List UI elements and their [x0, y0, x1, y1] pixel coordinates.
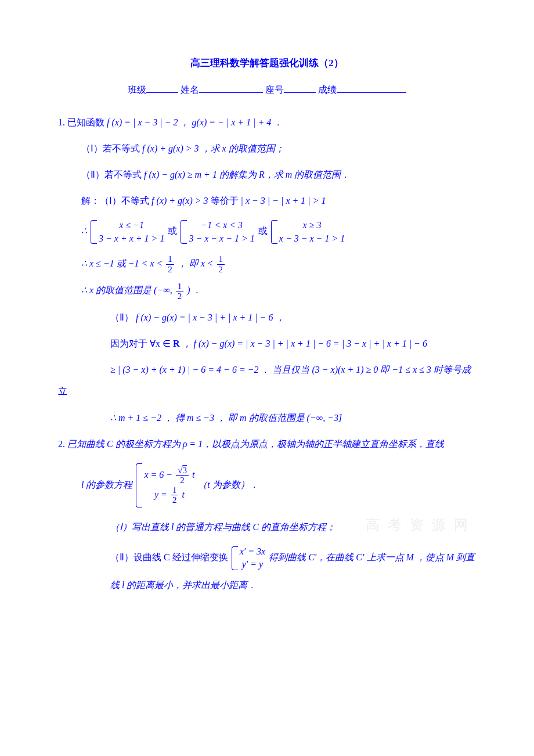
class-label: 班级 [128, 85, 146, 95]
solution-1-part2-line3b: 立 [58, 381, 476, 401]
solution-1-part2-line2: 因为对于 ∀x ∈ R ， f (x) − g(x) = | x − 3 | +… [110, 333, 476, 354]
frac-den: 2 [217, 265, 225, 275]
problem-number: 1. [58, 117, 65, 127]
problem-2-parametric: l 的参数方程 x = 6 − 32 t y = 12 t （t 为参数）． [81, 460, 476, 511]
param-eq-x: x = 6 − 32 t [144, 466, 194, 485]
part1-math: f (x) + g(x) > 3 [142, 143, 199, 153]
real-numbers-symbol: R [173, 339, 180, 348]
line3-b: ， 即 x < [178, 258, 216, 268]
part2-tail: 的解集为 R，求 m 的取值范围． [219, 170, 350, 179]
part2-label: （Ⅱ）若不等式 [81, 170, 144, 179]
class-blank [146, 83, 178, 93]
frac-num: 1 [171, 485, 179, 496]
sqrt-arg: 3 [182, 466, 187, 475]
problem-2: 2. 已知曲线 C 的极坐标方程为 ρ = 1，以极点为原点，极轴为轴的正半轴建… [58, 434, 476, 595]
solution-1-cases: ∴ x ≤ −1 3 − x + x + 1 > 1 或 −1 < x < 3 … [81, 217, 476, 247]
line3-a: ∴ x ≤ −1 或 −1 < x < [81, 258, 165, 268]
parametric-equations: x = 6 − 32 t y = 12 t [136, 462, 194, 509]
solution-1-part2-line3: ≥ | (3 − x) + (x + 1) | − 6 = 4 − 6 = −2… [110, 359, 476, 380]
problem-2-part-2: （Ⅱ）设曲线 C 经过伸缩变换 x′ = 3x y′ = y 得到曲线 C′，在… [110, 543, 476, 574]
problem-number-2: 2. [58, 439, 65, 449]
p2-part2-c: 线 l 的距离最小，并求出最小距离． [110, 580, 257, 590]
name-label: 姓名 [181, 85, 199, 95]
line4-a: ∴ x 的取值范围是 (−∞, [81, 285, 175, 295]
eq2-prefix: y = [154, 489, 169, 499]
frac-num: 1 [166, 254, 174, 265]
problem-1-part-1: （Ⅰ）若不等式 f (x) + g(x) > 3 ，求 x 的取值范围； [81, 138, 476, 159]
fraction-half-1: 12 [166, 254, 174, 274]
line5-b: ， f (x) − g(x) = | x − 3 | + | x + 1 | −… [182, 339, 427, 348]
part1-tail: ，求 x 的取值范围； [201, 143, 284, 153]
or-text-2: 或 [258, 226, 268, 236]
line6b: 立 [58, 386, 67, 396]
name-blank [199, 83, 263, 93]
sol-label: 解：（Ⅰ）不等式 [81, 196, 151, 206]
part2-math: f (x) − g(x) ≥ m + 1 [144, 170, 217, 179]
case-group-2: −1 < x < 3 3 − x − x − 1 > 1 [181, 219, 254, 245]
eq2-suffix: t [179, 489, 184, 499]
solution-1-part2-line1: （Ⅱ） f (x) − g(x) = | x − 3 | + | x + 1 |… [110, 307, 476, 327]
line7: ∴ m + 1 ≤ −2 ， 得 m ≤ −3 ， 即 m 的取值范围是 (−∞… [110, 413, 342, 423]
eq1-suffix: t [190, 470, 194, 480]
eq1-prefix: x = 6 − [144, 470, 175, 480]
frac-sqrt3-over-2: 32 [176, 466, 189, 485]
problem-2-stem: 已知曲线 C 的极坐标方程为 ρ = 1，以极点为原点，极轴为轴的正半轴建立直角… [67, 439, 444, 449]
seat-blank [284, 83, 316, 93]
problem-1: 1. 已知函数 f (x) = | x − 3 | − 2 ， g(x) = −… [58, 112, 476, 428]
param-eq-y: y = 12 t [144, 485, 194, 505]
case1-top: x ≤ −1 [99, 219, 164, 232]
problem-stem-text: 已知函数 [67, 117, 107, 127]
line4-b: ) ． [187, 285, 201, 295]
line6: ≥ | (3 − x) + (x + 1) | − 6 = 4 − 6 = −2… [110, 365, 471, 375]
solution-1-line-1: 解：（Ⅰ）不等式 f (x) + g(x) > 3 等价于 | x − 3 | … [81, 190, 476, 211]
problem-2-part-2-cont: 线 l 的距离最小，并求出最小距离． [110, 575, 476, 595]
page-title: 高三理科数学解答题强化训练（2） [58, 52, 476, 74]
part1-label: （Ⅰ）若不等式 [81, 143, 142, 153]
frac-num: 3 [176, 466, 189, 476]
sol-equiv: 等价于 [211, 196, 241, 206]
part2-sol-eq: f (x) − g(x) = | x − 3 | + | x + 1 | − 6… [136, 312, 285, 322]
case1-bot: 3 − x + x + 1 > 1 [99, 232, 164, 245]
solution-1-part2-line4: ∴ m + 1 ≤ −2 ， 得 m ≤ −3 ， 即 m 的取值范围是 (−∞… [110, 408, 476, 428]
seat-label: 座号 [265, 85, 284, 95]
fraction-half-2: 12 [217, 254, 225, 274]
scale-x: x′ = 3x [240, 545, 266, 558]
solution-1-line-3: ∴ x ≤ −1 或 −1 < x < 12 ， 即 x < 12 [81, 253, 476, 274]
frac-num: 1 [217, 254, 225, 265]
frac-den: 2 [176, 291, 184, 301]
frac-den: 2 [176, 476, 189, 485]
frac-den: 2 [166, 265, 174, 275]
case-group-1: x ≤ −1 3 − x + x + 1 > 1 [91, 219, 164, 245]
p2-part2-b: 得到曲线 C′，在曲线 C′ 上求一点 M ，使点 M 到直 [269, 552, 475, 562]
case2-bot: 3 − x − x − 1 > 1 [189, 232, 254, 245]
frac-1-over-2: 12 [171, 485, 179, 505]
score-blank [337, 83, 406, 93]
solution-1-line-4: ∴ x 的取值范围是 (−∞, 12 ) ． [81, 280, 476, 301]
therefore-symbol: ∴ [81, 226, 87, 236]
score-label: 成绩 [318, 85, 337, 95]
frac-num: 1 [176, 282, 184, 292]
param-tail: （t 为参数）． [198, 480, 258, 489]
scale-y: y′ = y [240, 558, 266, 571]
or-text-1: 或 [168, 226, 177, 236]
part2-sol-label: （Ⅱ） [110, 312, 136, 322]
case3-bot: x − 3 − x − 1 > 1 [279, 232, 345, 245]
problem-1-part-2: （Ⅱ）若不等式 f (x) − g(x) ≥ m + 1 的解集为 R，求 m … [81, 164, 476, 185]
sol-eq1: f (x) + g(x) > 3 [151, 196, 208, 206]
case2-top: −1 < x < 3 [189, 219, 254, 232]
param-label: l 的参数方程 [81, 480, 132, 489]
frac-den: 2 [171, 495, 179, 505]
fraction-half-3: 12 [176, 282, 184, 301]
student-info-line: 班级 姓名 座号 成绩 [58, 80, 476, 100]
case-group-3: x ≥ 3 x − 3 − x − 1 > 1 [271, 219, 345, 245]
p2-part1-text: （Ⅰ）写出直线 l 的普通方程与曲线 C 的直角坐标方程； [110, 522, 335, 532]
sol-eq2: | x − 3 | − | x + 1 | > 1 [241, 196, 326, 206]
case3-top: x ≥ 3 [279, 219, 345, 232]
p2-part2-a: （Ⅱ）设曲线 C 经过伸缩变换 [110, 552, 230, 562]
problem-stem-math: f (x) = | x − 3 | − 2 ， g(x) = − | x + 1… [107, 117, 283, 127]
problem-2-part-1: （Ⅰ）写出直线 l 的普通方程与曲线 C 的直角坐标方程； [110, 517, 476, 537]
line5-a: 因为对于 ∀x ∈ [110, 339, 173, 348]
scaling-transform: x′ = 3x y′ = y [232, 545, 266, 571]
